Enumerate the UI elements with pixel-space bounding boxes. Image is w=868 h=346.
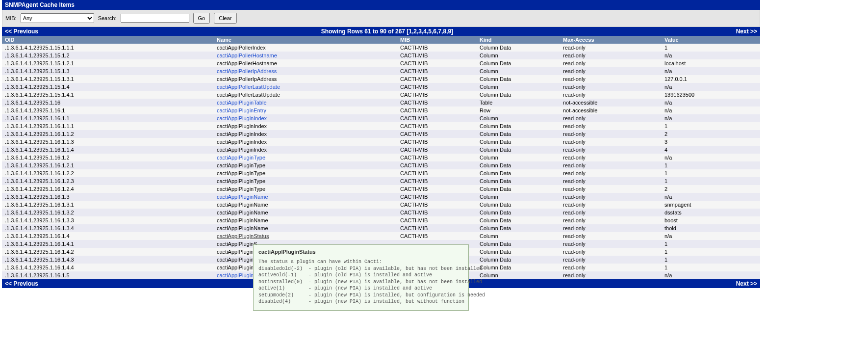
cell-kind: Column bbox=[477, 232, 560, 240]
cell-mib: CACTI-MIB bbox=[397, 193, 477, 201]
name-link[interactable]: cactiApplPollerLastUpdate bbox=[217, 84, 280, 90]
cell-value: n/a bbox=[662, 67, 760, 75]
cell-value: n/a bbox=[662, 232, 760, 240]
col-value[interactable]: Value bbox=[662, 36, 760, 44]
cell-kind: Column bbox=[477, 83, 560, 91]
cell-kind: Column Data bbox=[477, 169, 560, 177]
cell-oid: .1.3.6.1.4.1.23925.1.16.1.4.3 bbox=[2, 256, 214, 264]
page-title: SNMPAgent Cache Items bbox=[2, 0, 760, 10]
cell-oid: .1.3.6.1.4.1.23925.1.16.1.1 bbox=[2, 114, 214, 122]
cell-kind: Column Data bbox=[477, 201, 560, 209]
table-row: .1.3.6.1.4.1.23925.1.16.1.2.2cactiApplPl… bbox=[2, 169, 760, 177]
cell-value: 2 bbox=[662, 130, 760, 138]
cell-oid: .1.3.6.1.4.1.23925.1.15.1.2 bbox=[2, 52, 214, 59]
tooltip-body: The status a plugin can have within Cact… bbox=[258, 259, 463, 288]
cell-name: cactiApplPluginStatus bbox=[214, 232, 397, 240]
tooltip-title: cactiApplPluginStatus bbox=[258, 249, 463, 255]
cell-max: read-only bbox=[560, 264, 662, 271]
table-row: .1.3.6.1.4.1.23925.1.15.1.3.1cactiApplPo… bbox=[2, 75, 760, 83]
prev-link-bottom[interactable]: << Previous bbox=[5, 280, 38, 287]
table-row: .1.3.6.1.4.1.23925.1.15.1.1.1cactiApplPo… bbox=[2, 44, 760, 52]
cell-kind: Column Data bbox=[477, 75, 560, 83]
cell-oid: .1.3.6.1.4.1.23925.1.15.1.2.1 bbox=[2, 59, 214, 67]
cell-kind: Column bbox=[477, 114, 560, 122]
cell-name: cactiApplPluginType bbox=[214, 154, 397, 161]
cell-max: read-only bbox=[560, 216, 662, 224]
cell-name: cactiApplPluginName bbox=[214, 224, 397, 232]
cell-value: 127.0.0.1 bbox=[662, 75, 760, 83]
cell-max: read-only bbox=[560, 44, 662, 52]
name-link[interactable]: cactiApplPollerIpAddress bbox=[217, 68, 277, 74]
cell-name: cactiApplPluginIndex bbox=[214, 138, 397, 146]
col-mib[interactable]: MIB bbox=[397, 36, 477, 44]
cell-max: read-only bbox=[560, 201, 662, 209]
name-link[interactable]: cactiApplPluginV bbox=[217, 272, 257, 278]
search-label: Search: bbox=[98, 15, 117, 21]
cell-oid: .1.3.6.1.4.1.23925.1.16.1.2.1 bbox=[2, 161, 214, 169]
cell-value: snmpagent bbox=[662, 201, 760, 209]
cell-kind: Column Data bbox=[477, 161, 560, 169]
cell-value: 1 bbox=[662, 256, 760, 264]
col-kind[interactable]: Kind bbox=[477, 36, 560, 44]
cell-oid: .1.3.6.1.4.1.23925.1.15.1.4 bbox=[2, 83, 214, 91]
name-link[interactable]: cactiApplPollerHostname bbox=[217, 53, 277, 58]
tooltip-box: cactiApplPluginStatus The status a plugi… bbox=[253, 244, 469, 288]
cell-mib: CACTI-MIB bbox=[397, 130, 477, 138]
cell-value: 1 bbox=[662, 248, 760, 256]
cell-max: read-only bbox=[560, 240, 662, 248]
cell-name: cactiApplPluginType bbox=[214, 161, 397, 169]
cell-max: read-only bbox=[560, 146, 662, 154]
name-link[interactable]: cactiApplPluginType bbox=[217, 155, 265, 160]
table-row: .1.3.6.1.4.1.23925.1.15.1.2.1cactiApplPo… bbox=[2, 59, 760, 67]
name-link[interactable]: cactiApplPluginEntry bbox=[217, 107, 266, 113]
cell-value: 1 bbox=[662, 169, 760, 177]
cell-oid: .1.3.6.1.4.1.23925.1.16.1.4.2 bbox=[2, 248, 214, 256]
cell-kind: Column Data bbox=[477, 240, 560, 248]
cell-mib: CACTI-MIB bbox=[397, 75, 477, 83]
cell-mib: CACTI-MIB bbox=[397, 154, 477, 161]
col-max[interactable]: Max-Access bbox=[560, 36, 662, 44]
cell-kind: Column bbox=[477, 193, 560, 201]
col-oid[interactable]: OID bbox=[2, 36, 214, 44]
cell-value: dsstats bbox=[662, 209, 760, 216]
search-input[interactable] bbox=[121, 14, 189, 23]
table-row: .1.3.6.1.4.1.23925.1.16.1.1.4cactiApplPl… bbox=[2, 146, 760, 154]
cell-kind: Column Data bbox=[477, 122, 560, 130]
col-name[interactable]: Name bbox=[214, 36, 397, 44]
filter-bar: MIB: Any Search: Go Clear bbox=[2, 10, 760, 27]
cell-value: localhost bbox=[662, 59, 760, 67]
cell-oid: .1.3.6.1.4.1.23925.1.16.1.4.4 bbox=[2, 264, 214, 271]
name-link[interactable]: cactiApplPluginName bbox=[217, 194, 268, 200]
cell-mib: CACTI-MIB bbox=[397, 122, 477, 130]
cell-value: 1 bbox=[662, 177, 760, 185]
next-link-bottom[interactable]: Next >> bbox=[736, 280, 757, 287]
cell-name: cactiApplPluginType bbox=[214, 177, 397, 185]
cell-name: cactiApplPluginName bbox=[214, 209, 397, 216]
table-row: .1.3.6.1.4.1.23925.1.15.1.3cactiApplPoll… bbox=[2, 67, 760, 75]
cell-max: read-only bbox=[560, 193, 662, 201]
name-link[interactable]: cactiApplPluginStatus bbox=[217, 233, 269, 239]
cell-max: read-only bbox=[560, 185, 662, 193]
cell-value: 1 bbox=[662, 264, 760, 271]
table-row: .1.3.6.1.4.1.23925.1.15.1.4.1cactiApplPo… bbox=[2, 91, 760, 99]
next-link[interactable]: Next >> bbox=[736, 28, 757, 35]
pagination-top: << Previous Showing Rows 61 to 90 of 267… bbox=[2, 27, 760, 36]
cell-max: not-accessible bbox=[560, 106, 662, 114]
go-button[interactable]: Go bbox=[193, 13, 210, 24]
cell-value: n/a bbox=[662, 114, 760, 122]
cell-value: n/a bbox=[662, 106, 760, 114]
table-row: .1.3.6.1.4.1.23925.1.16.1.1cactiApplPlug… bbox=[2, 114, 760, 122]
prev-link[interactable]: << Previous bbox=[5, 28, 38, 35]
table-row: .1.3.6.1.4.1.23925.1.16.1cactiApplPlugin… bbox=[2, 106, 760, 114]
cell-mib: CACTI-MIB bbox=[397, 177, 477, 185]
cell-max: read-only bbox=[560, 83, 662, 91]
cell-value: boost bbox=[662, 216, 760, 224]
table-row: .1.3.6.1.4.1.23925.1.16.1.1.1cactiApplPl… bbox=[2, 122, 760, 130]
name-link[interactable]: cactiApplPluginIndex bbox=[217, 115, 267, 121]
name-link[interactable]: cactiApplPluginTable bbox=[217, 100, 267, 106]
table-row: .1.3.6.1.4.1.23925.1.16.1.4cactiApplPlug… bbox=[2, 232, 760, 240]
cell-value: 2 bbox=[662, 185, 760, 193]
table-row: .1.3.6.1.4.1.23925.1.16.1.1.2cactiApplPl… bbox=[2, 130, 760, 138]
clear-button[interactable]: Clear bbox=[214, 13, 236, 24]
mib-select[interactable]: Any bbox=[21, 13, 94, 23]
